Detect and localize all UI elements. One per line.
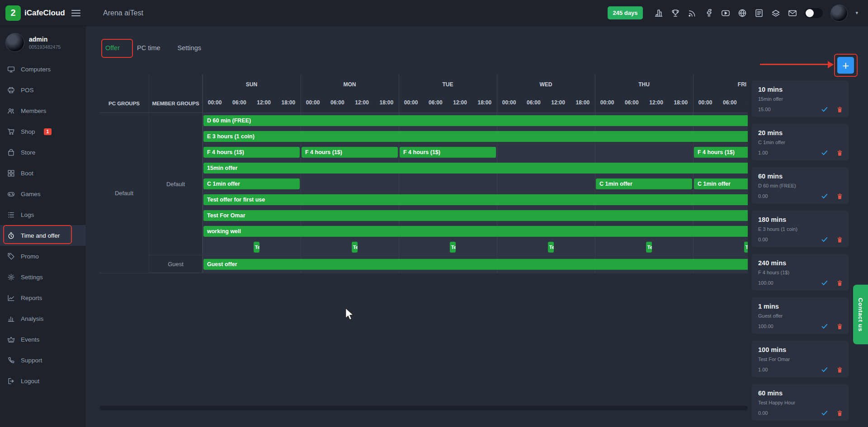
- offer-price: 1.00: [758, 367, 768, 372]
- tab-pc-time[interactable]: PC time: [137, 41, 160, 55]
- day-column: MON00:0006:0012:0018:00: [301, 75, 399, 113]
- offer-bar[interactable]: F 4 hours (1$): [400, 147, 496, 158]
- check-icon[interactable]: [821, 236, 828, 243]
- invoice-icon[interactable]: [755, 9, 764, 18]
- offer-bar[interactable]: F 4 hours (1$): [694, 147, 748, 158]
- facebook-icon[interactable]: [704, 9, 713, 18]
- delete-icon[interactable]: [836, 236, 843, 243]
- menu-toggle-icon[interactable]: [71, 10, 80, 16]
- delete-icon[interactable]: [836, 280, 843, 286]
- sidebar-item-events[interactable]: Events: [0, 329, 86, 350]
- offer-bar[interactable]: Test For Omar: [203, 210, 748, 221]
- schedule-group-guest: Guest offer: [203, 255, 748, 273]
- sidebar-user-block: admin 005193482475: [0, 26, 86, 59]
- offer-bar[interactable]: E 3 hours (1 coin): [203, 131, 748, 142]
- delete-icon[interactable]: [836, 323, 843, 330]
- user-avatar[interactable]: [830, 5, 848, 22]
- offer-bar[interactable]: Test offer for first use: [203, 194, 748, 205]
- add-offer-button[interactable]: +: [837, 57, 854, 74]
- offer-bar[interactable]: C 1min offer: [694, 178, 748, 189]
- offer-bar[interactable]: C 1min offer: [203, 178, 300, 189]
- sidebar-item-promo[interactable]: Promo: [0, 246, 86, 267]
- sidebar-item-members[interactable]: Members: [0, 100, 86, 121]
- offer-bar[interactable]: Test Happy Hour: [646, 242, 652, 253]
- schedule-row: C 1min offerC 1min offerC 1min offer: [203, 176, 748, 192]
- member-group-cell: Default: [149, 113, 202, 255]
- offer-duration: 20 mins: [758, 129, 842, 136]
- check-icon[interactable]: [821, 192, 828, 200]
- sidebar-item-reports[interactable]: Reports: [0, 287, 86, 308]
- delete-icon[interactable]: [836, 106, 843, 113]
- tab-offer[interactable]: Offer: [105, 41, 120, 55]
- time-label: 06:00: [227, 94, 251, 113]
- offer-bar[interactable]: working well: [203, 226, 748, 237]
- youtube-icon[interactable]: [721, 9, 730, 18]
- day-column: THU00:0006:0012:0018:00: [595, 75, 693, 113]
- tab-settings[interactable]: Settings: [178, 41, 201, 55]
- rss-icon[interactable]: [688, 9, 697, 18]
- offer-bar[interactable]: Test Happy Hour: [744, 242, 748, 253]
- check-icon[interactable]: [821, 409, 828, 417]
- chevron-down-icon[interactable]: ▾: [855, 10, 858, 16]
- offer-name: C 1min offer: [758, 140, 842, 145]
- check-icon[interactable]: [821, 149, 828, 156]
- delete-icon[interactable]: [836, 410, 843, 417]
- time-label: 06:00: [619, 94, 644, 113]
- offer-card: 100 minsTest For Omar1.00: [752, 341, 849, 377]
- sidebar-item-boot[interactable]: Boot: [0, 163, 86, 183]
- schedule-group-default: D 60 min (FREE)E 3 hours (1 coin)F 4 hou…: [203, 113, 748, 255]
- check-icon[interactable]: [821, 279, 828, 286]
- delete-icon[interactable]: [836, 366, 843, 373]
- offer-name: Test Happy Hour: [758, 400, 842, 405]
- schedule-row: F 4 hours (1$)F 4 hours (1$)F 4 hours (1…: [203, 145, 748, 160]
- sidebar-item-store[interactable]: Store: [0, 142, 86, 163]
- check-icon[interactable]: [821, 366, 828, 373]
- sidebar-item-computers[interactable]: Computers: [0, 59, 86, 80]
- sidebar-item-analysis[interactable]: Analysis: [0, 308, 86, 329]
- sidebar-item-support[interactable]: Support: [0, 350, 86, 371]
- stats-icon[interactable]: [654, 9, 663, 18]
- offer-bar[interactable]: F 4 hours (1$): [203, 147, 300, 158]
- offer-bar[interactable]: Test Happy Hour: [450, 242, 456, 253]
- horizontal-scrollbar[interactable]: [99, 406, 748, 410]
- check-icon[interactable]: [821, 106, 828, 113]
- offer-bar[interactable]: Test Happy Hour: [254, 242, 259, 253]
- trophy-icon[interactable]: [671, 9, 680, 18]
- sidebar-item-shop[interactable]: Shop1: [0, 121, 86, 142]
- sidebar-item-settings[interactable]: Settings: [0, 267, 86, 287]
- check-icon[interactable]: [821, 323, 828, 330]
- sidebar-item-games[interactable]: Games: [0, 183, 86, 204]
- delete-icon[interactable]: [836, 150, 843, 156]
- offer-bar[interactable]: Test Happy Hour: [548, 242, 554, 253]
- sidebar-item-logs[interactable]: Logs: [0, 204, 86, 225]
- schedule-grid: PC GROUPS MEMBER GROUPS SUN00:0006:0012:…: [99, 75, 748, 273]
- brand-logo-icon: 2: [5, 5, 21, 21]
- time-label: 06:00: [325, 94, 349, 113]
- layers-icon[interactable]: [771, 9, 780, 18]
- offer-price: 15.00: [758, 107, 771, 112]
- offer-bar[interactable]: F 4 hours (1$): [302, 147, 398, 158]
- user-id: 005193482475: [29, 44, 61, 50]
- time-label: 06:00: [521, 94, 546, 113]
- offer-bar[interactable]: Test Happy Hour: [352, 242, 358, 253]
- sidebar-item-time-and-offer[interactable]: Time and offer: [0, 225, 86, 246]
- offer-bar[interactable]: D 60 min (FREE): [203, 115, 748, 126]
- sidebar-item-logout[interactable]: Logout: [0, 371, 86, 391]
- offer-bar[interactable]: C 1min offer: [596, 178, 692, 189]
- offer-bar[interactable]: 15min offer: [203, 163, 748, 174]
- schedule-row: D 60 min (FREE): [203, 113, 748, 129]
- theme-toggle[interactable]: [805, 8, 823, 18]
- mail-icon[interactable]: [788, 9, 797, 18]
- sidebar-item-label: Logs: [21, 211, 34, 218]
- sidebar-avatar[interactable]: [5, 33, 24, 52]
- offer-bar[interactable]: Guest offer: [203, 259, 748, 270]
- time-label: 00:00: [203, 94, 227, 113]
- globe-icon[interactable]: [738, 9, 747, 18]
- offer-card: 10 mins15min offer15.00: [752, 80, 849, 117]
- theme-toggle-knob: [806, 9, 814, 17]
- subscription-days-badge[interactable]: 245 days: [608, 6, 643, 19]
- contact-us-button[interactable]: Contact us: [853, 285, 868, 344]
- delete-icon[interactable]: [836, 193, 843, 200]
- sidebar-item-pos[interactable]: POS: [0, 80, 86, 100]
- time-label: 00:00: [399, 94, 423, 113]
